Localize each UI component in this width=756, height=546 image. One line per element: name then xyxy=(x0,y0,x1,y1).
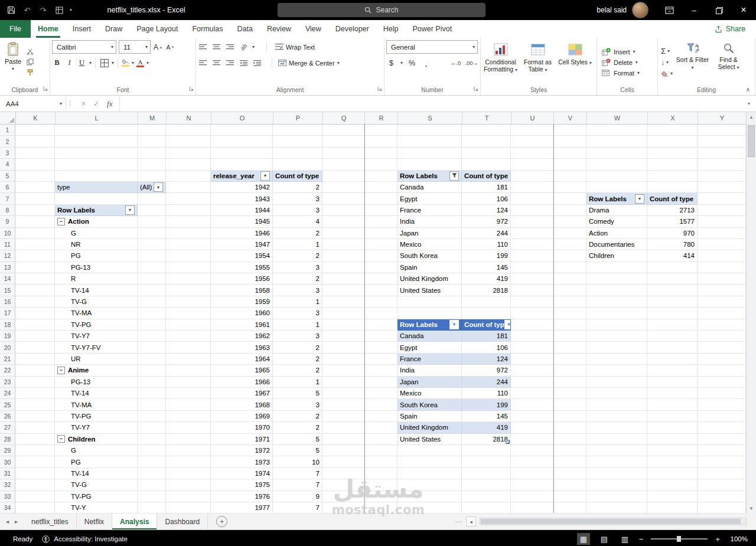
cell-N20[interactable] xyxy=(166,342,211,353)
cell-T7[interactable]: 106 xyxy=(462,193,511,204)
cell-Q27[interactable] xyxy=(322,422,364,433)
cell-M21[interactable] xyxy=(138,354,166,365)
cell-K1[interactable] xyxy=(15,125,55,136)
cell-K4[interactable] xyxy=(15,159,55,170)
cell-P28[interactable]: 5 xyxy=(273,434,322,445)
cell-N4[interactable] xyxy=(166,159,211,170)
cell-R26[interactable] xyxy=(364,411,397,422)
cell-L11[interactable]: NR xyxy=(55,239,138,250)
cell-Q18[interactable] xyxy=(322,319,364,331)
sheet-tab-analysis[interactable]: Analysis xyxy=(112,514,157,529)
cell-P18[interactable]: 1 xyxy=(273,319,322,331)
cell-U11[interactable] xyxy=(511,239,553,250)
cell-N24[interactable] xyxy=(166,388,211,399)
cell-K7[interactable] xyxy=(15,193,55,204)
cell-Q25[interactable] xyxy=(322,399,364,410)
col-header-T[interactable]: T xyxy=(462,112,511,124)
format-as-table-button[interactable]: Format as Table ▾ xyxy=(520,40,556,85)
cell-L30[interactable]: PG xyxy=(55,456,138,467)
cell-N23[interactable] xyxy=(166,377,211,388)
cell-R24[interactable] xyxy=(364,388,397,399)
cell-L16[interactable]: TV-G xyxy=(55,296,138,308)
cell-R16[interactable] xyxy=(364,296,397,308)
cell-M14[interactable] xyxy=(138,273,166,285)
cell-Q24[interactable] xyxy=(322,388,364,399)
cell-X3[interactable] xyxy=(647,148,698,159)
cell-K9[interactable] xyxy=(15,216,55,227)
cell-S7[interactable]: Egypt xyxy=(397,193,462,204)
cell-L21[interactable]: UR xyxy=(55,354,138,365)
cell-N31[interactable] xyxy=(166,468,211,479)
decrease-font-icon[interactable]: A▼ xyxy=(165,41,175,53)
cell-O2[interactable] xyxy=(211,136,273,147)
cell-M2[interactable] xyxy=(138,136,166,147)
cell-U13[interactable] xyxy=(511,262,553,273)
cell-L34[interactable]: TV-Y xyxy=(55,502,138,514)
cell-X33[interactable] xyxy=(647,491,698,502)
cell-V13[interactable] xyxy=(553,262,586,273)
cell-W28[interactable] xyxy=(586,434,647,445)
alignment-dialog-launcher-icon[interactable] xyxy=(377,83,382,93)
italic-button[interactable]: I xyxy=(64,57,74,69)
cell-M1[interactable] xyxy=(138,125,166,136)
cell-M9[interactable] xyxy=(138,216,166,227)
cell-M3[interactable] xyxy=(138,148,166,159)
cell-styles-button[interactable]: Cell Styles ▾ xyxy=(557,40,593,85)
cell-Q30[interactable] xyxy=(322,456,364,467)
cell-V25[interactable] xyxy=(553,399,586,410)
cell-M31[interactable] xyxy=(138,468,166,479)
cell-W13[interactable] xyxy=(586,262,647,273)
cell-Q19[interactable] xyxy=(322,331,364,342)
cell-O14[interactable]: 1956 xyxy=(211,273,273,285)
cell-O6[interactable]: 1942 xyxy=(211,182,273,193)
cell-L13[interactable]: PG-13 xyxy=(55,262,138,273)
row-header-30[interactable]: 30 xyxy=(0,456,15,467)
cell-P10[interactable]: 2 xyxy=(273,228,322,239)
cell-R30[interactable] xyxy=(364,456,397,467)
cell-S2[interactable] xyxy=(397,136,462,147)
cell-T28[interactable]: 2818 xyxy=(462,434,511,445)
cell-T5[interactable]: Count of type xyxy=(462,171,511,182)
cell-Q1[interactable] xyxy=(322,125,364,136)
cell-N19[interactable] xyxy=(166,331,211,342)
cell-T20[interactable]: 106 xyxy=(462,342,511,353)
cell-S26[interactable]: Spain xyxy=(397,411,462,422)
cell-O13[interactable]: 1955 xyxy=(211,262,273,273)
cell-X24[interactable] xyxy=(647,388,698,399)
cell-Q20[interactable] xyxy=(322,342,364,353)
col-header-O[interactable]: O xyxy=(211,112,273,124)
restore-button[interactable] xyxy=(706,0,731,20)
font-size-select[interactable]: 11▾ xyxy=(119,40,151,54)
row-header-33[interactable]: 33 xyxy=(0,491,15,502)
borders-icon[interactable] xyxy=(99,57,109,69)
normal-view-icon[interactable]: ▦ xyxy=(577,533,590,545)
cell-P16[interactable]: 1 xyxy=(273,296,322,308)
font-dialog-launcher-icon[interactable] xyxy=(189,83,194,93)
cell-O8[interactable]: 1944 xyxy=(211,205,273,216)
cell-W30[interactable] xyxy=(586,456,647,467)
cell-L28[interactable]: −Children xyxy=(55,434,138,445)
cell-S6[interactable]: Canada xyxy=(397,182,462,193)
cell-L25[interactable]: TV-MA xyxy=(55,399,138,410)
cell-Q34[interactable] xyxy=(322,502,364,514)
cell-L31[interactable]: TV-14 xyxy=(55,468,138,479)
cell-K2[interactable] xyxy=(15,136,55,147)
cell-Y26[interactable] xyxy=(698,411,746,422)
cell-Y25[interactable] xyxy=(698,399,746,410)
cell-L33[interactable]: TV-PG xyxy=(55,491,138,502)
cell-K6[interactable] xyxy=(15,182,55,193)
row-header-23[interactable]: 23 xyxy=(0,377,15,388)
cell-T9[interactable]: 972 xyxy=(462,216,511,227)
cell-U6[interactable] xyxy=(511,182,553,193)
cell-R11[interactable] xyxy=(364,239,397,250)
cell-W7[interactable]: Row Labels▼ xyxy=(586,193,647,204)
cell-K15[interactable] xyxy=(15,285,55,296)
cell-O20[interactable]: 1963 xyxy=(211,342,273,353)
cell-V12[interactable] xyxy=(553,250,586,261)
cell-W26[interactable] xyxy=(586,411,647,422)
row-header-9[interactable]: 9 xyxy=(0,216,15,227)
cell-M33[interactable] xyxy=(138,491,166,502)
cell-V16[interactable] xyxy=(553,296,586,308)
cell-W31[interactable] xyxy=(586,468,647,479)
cell-L26[interactable]: TV-PG xyxy=(55,411,138,422)
